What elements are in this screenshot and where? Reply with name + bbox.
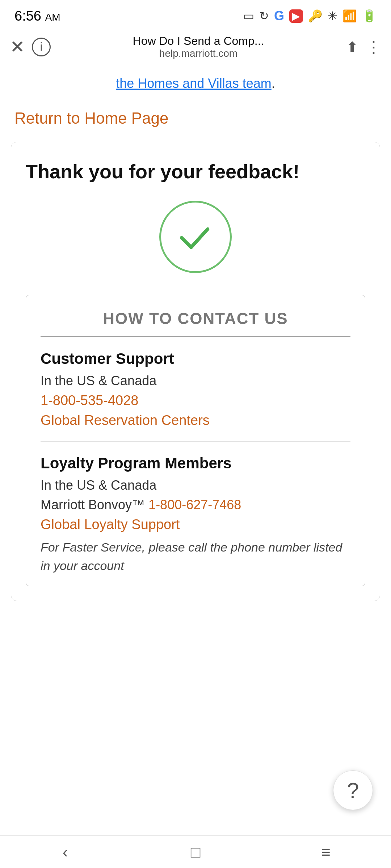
loyalty-region: In the US & Canada bbox=[41, 478, 350, 493]
customer-support-section: Customer Support In the US & Canada 1-80… bbox=[41, 350, 350, 428]
menu-button[interactable]: ⋮ bbox=[366, 38, 381, 56]
record-icon: ▶ bbox=[289, 9, 303, 23]
wifi-icon: 📶 bbox=[342, 9, 357, 23]
status-icons: ▭ ↻ G ▶ 🔑 ✳ 📶 🔋 bbox=[243, 8, 377, 24]
section-divider bbox=[41, 441, 350, 442]
checkmark-circle bbox=[159, 201, 232, 273]
info-icon: i bbox=[40, 40, 42, 54]
marriott-bonvoy-label: Marriott Bonvoy™ bbox=[41, 497, 145, 512]
return-home-link[interactable]: Return to Home Page bbox=[14, 109, 169, 127]
page-content: the Homes and Villas team. Return to Hom… bbox=[0, 65, 391, 835]
loyalty-phone-line: Marriott Bonvoy™ 1-800-627-7468 bbox=[41, 497, 350, 512]
domain-label: help.marriott.com bbox=[159, 48, 237, 59]
recents-button[interactable]: ≡ bbox=[311, 838, 340, 867]
url-bar[interactable]: How Do I Send a Comp... help.marriott.co… bbox=[58, 34, 339, 59]
site-info-button[interactable]: i bbox=[32, 38, 51, 56]
page-title: How Do I Send a Comp... bbox=[133, 34, 264, 48]
loyalty-program-section: Loyalty Program Members In the US & Cana… bbox=[41, 455, 350, 575]
close-tab-button[interactable]: ✕ bbox=[10, 38, 25, 56]
global-loyalty-link[interactable]: Global Loyalty Support bbox=[41, 517, 350, 532]
browser-bar: ✕ i How Do I Send a Comp... help.marriot… bbox=[0, 29, 391, 65]
top-link-area: the Homes and Villas team. bbox=[11, 65, 380, 109]
global-reservation-link[interactable]: Global Reservation Centers bbox=[41, 413, 350, 428]
rotation-icon: ↻ bbox=[259, 9, 269, 23]
battery-icon: 🔋 bbox=[362, 9, 377, 23]
key-icon: 🔑 bbox=[308, 9, 323, 23]
faster-service-note: For Faster Service, please call the phon… bbox=[41, 538, 350, 575]
loyalty-program-heading: Loyalty Program Members bbox=[41, 455, 350, 472]
return-home-section: Return to Home Page bbox=[11, 109, 380, 142]
share-button[interactable]: ⬆ bbox=[346, 39, 358, 55]
loyalty-phone-link[interactable]: 1-800-627-7468 bbox=[148, 497, 241, 512]
status-time: 6:56 AM bbox=[14, 8, 60, 24]
google-icon: G bbox=[274, 8, 284, 24]
help-question-icon: ? bbox=[347, 778, 359, 803]
help-fab-button[interactable]: ? bbox=[333, 770, 373, 810]
back-button[interactable]: ‹ bbox=[51, 838, 80, 867]
video-icon: ▭ bbox=[243, 9, 254, 23]
bottom-navigation: ‹ □ ≡ bbox=[0, 835, 391, 868]
status-bar: 6:56 AM ▭ ↻ G ▶ 🔑 ✳ 📶 🔋 bbox=[0, 0, 391, 29]
home-button[interactable]: □ bbox=[181, 838, 210, 867]
customer-support-region: In the US & Canada bbox=[41, 373, 350, 388]
bluetooth-icon: ✳ bbox=[328, 9, 337, 23]
customer-support-phone[interactable]: 1-800-535-4028 bbox=[41, 393, 350, 408]
customer-support-heading: Customer Support bbox=[41, 350, 350, 367]
contact-box-heading: HOW TO CONTACT US bbox=[41, 310, 350, 337]
homes-villas-link[interactable]: the Homes and Villas team bbox=[116, 76, 272, 91]
feedback-card: Thank you for your feedback! HOW TO CONT… bbox=[11, 142, 380, 601]
checkmark-icon bbox=[174, 215, 217, 259]
checkmark-container bbox=[26, 201, 365, 273]
feedback-title: Thank you for your feedback! bbox=[26, 160, 365, 183]
contact-box: HOW TO CONTACT US Customer Support In th… bbox=[26, 295, 365, 586]
